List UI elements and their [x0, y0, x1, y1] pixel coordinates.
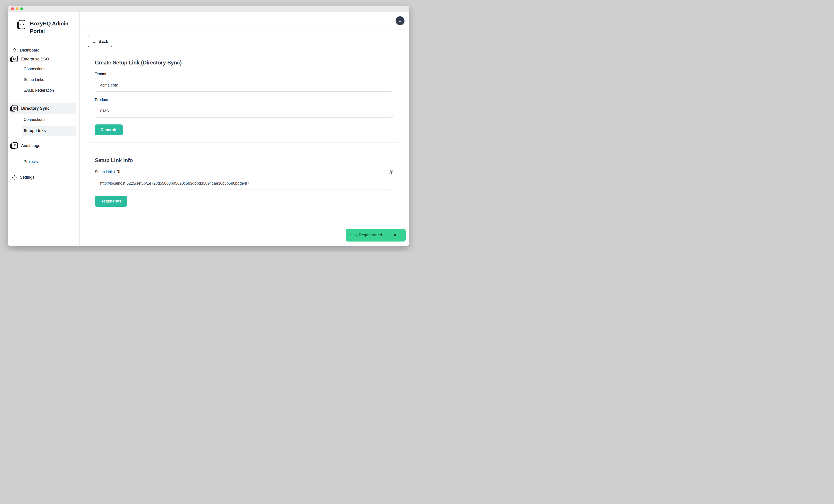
sidebar-subitem-label: Setup Links: [24, 77, 44, 82]
user-avatar[interactable]: U: [396, 16, 404, 25]
minimize-window-button[interactable]: [16, 7, 19, 10]
back-button[interactable]: ← Back: [88, 36, 112, 47]
main-header: U: [80, 12, 409, 29]
sidebar-subitem-label: Connections: [24, 117, 45, 122]
setup-link-url-input[interactable]: [95, 177, 393, 190]
directory-sync-subnav: Connections Setup Links: [8, 115, 80, 136]
sidebar-item-dsync-connections[interactable]: Connections: [22, 115, 76, 124]
toast-close-button[interactable]: X: [394, 233, 396, 237]
sidebar-item-dashboard[interactable]: Dashboard: [10, 46, 76, 55]
create-setup-link-card: Create Setup Link (Directory Sync) Tenan…: [88, 53, 400, 143]
audit-logs-icon: [12, 142, 18, 150]
sidebar-subitem-label: Setup Links: [24, 129, 46, 133]
audit-logs-subnav: Projects: [8, 157, 80, 166]
create-card-title: Create Setup Link (Directory Sync): [95, 60, 393, 66]
sidebar-item-audit-logs[interactable]: Audit Logs: [10, 141, 76, 150]
tenant-label: Tenant: [95, 72, 393, 76]
sidebar-item-dsync-setup-links[interactable]: Setup Links: [22, 126, 76, 136]
toast-notification: Link Regenerated X: [346, 229, 405, 242]
sidebar-item-label: Directory Sync: [21, 106, 49, 111]
sidebar-item-enterprise-sso[interactable]: Enterprise SSO: [10, 55, 76, 64]
tenant-input[interactable]: [95, 79, 393, 92]
sidebar-item-label: Enterprise SSO: [21, 57, 49, 62]
toast-message: Link Regenerated: [350, 233, 382, 237]
sidebar-item-sso-setup-links[interactable]: Setup Links: [22, 75, 76, 84]
sidebar: </> BoxyHQ Admin Portal Dashboard: [8, 12, 80, 246]
back-button-label: Back: [98, 39, 108, 44]
copy-icon: [389, 172, 393, 175]
sidebar-item-label: Audit Logs: [21, 143, 40, 148]
sidebar-item-label: Settings: [20, 175, 35, 180]
sidebar-item-projects[interactable]: Projects: [22, 157, 76, 166]
sidebar-nav: Dashboard: [8, 46, 80, 182]
main-content: ← Back Create Setup Link (Directory Sync…: [80, 29, 409, 214]
sidebar-item-sso-connections[interactable]: Connections: [22, 65, 76, 73]
regenerate-button[interactable]: Regenerate: [95, 196, 127, 207]
sidebar-item-settings[interactable]: Settings: [10, 173, 76, 182]
enterprise-sso-icon: [12, 55, 18, 63]
sidebar-item-saml-federation[interactable]: SAML Federation: [22, 86, 76, 95]
enterprise-sso-subnav: Connections Setup Links SAML Federation: [8, 65, 80, 95]
sidebar-subitem-label: Connections: [24, 67, 45, 71]
home-icon: [12, 47, 17, 53]
generate-button[interactable]: Generate: [95, 124, 123, 135]
desktop-background: </> BoxyHQ Admin Portal Dashboard: [0, 0, 417, 252]
setup-link-info-card: Setup Link Info Setup Link URL: [88, 151, 400, 214]
boxyhq-logo-icon: </>: [18, 20, 26, 30]
copy-button[interactable]: [389, 169, 393, 175]
app-window: </> BoxyHQ Admin Portal Dashboard: [8, 5, 409, 246]
close-window-button[interactable]: [11, 7, 14, 10]
sidebar-subitem-label: Projects: [24, 159, 38, 164]
product-input[interactable]: [95, 105, 393, 117]
back-arrow-icon: ←: [92, 40, 96, 44]
sidebar-item-label: Dashboard: [20, 48, 40, 53]
brand-title: BoxyHQ Admin Portal: [30, 20, 75, 35]
directory-sync-icon: [12, 105, 18, 112]
window-titlebar: [8, 5, 409, 12]
main-area: U ← Back Create Setup Link (Directory Sy…: [80, 12, 409, 246]
avatar-initial: U: [399, 19, 401, 23]
setup-link-url-label: Setup Link URL: [95, 170, 122, 174]
sidebar-item-directory-sync[interactable]: Directory Sync: [10, 102, 76, 114]
brand[interactable]: </> BoxyHQ Admin Portal: [8, 20, 80, 35]
sidebar-subitem-label: SAML Federation: [24, 88, 54, 93]
maximize-window-button[interactable]: [20, 7, 23, 10]
info-card-title: Setup Link Info: [95, 157, 393, 163]
gear-icon: [12, 175, 17, 180]
product-label: Product: [95, 98, 393, 102]
